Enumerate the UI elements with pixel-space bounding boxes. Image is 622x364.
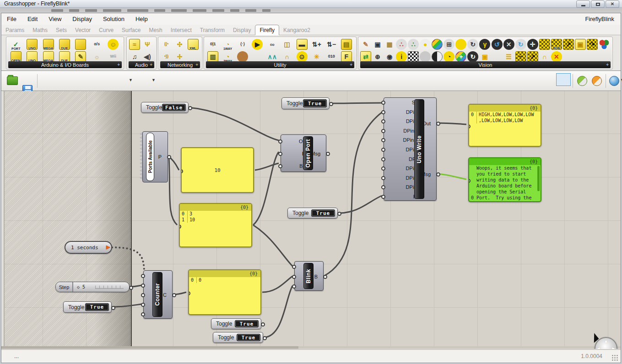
oneway-gauge-icon[interactable]: ◔1WAY	[222, 39, 233, 50]
counter[interactable]: DNSRICounterC	[143, 270, 173, 319]
data-log-icon[interactable]: ▤	[341, 39, 352, 50]
gamma-icon[interactable]: γ	[479, 39, 490, 50]
uno-write-icon[interactable]: UNO	[27, 51, 38, 62]
output-nub[interactable]	[337, 212, 341, 216]
stopwatch-icon[interactable]: ⊙	[297, 51, 308, 62]
sliders-add-icon[interactable]: ⇅+	[311, 39, 322, 50]
state-counter-icon[interactable]: ▥	[207, 51, 218, 62]
zoom-menu-chevron-icon[interactable]: ▼	[129, 75, 133, 82]
group-expand-icon[interactable]: +	[350, 62, 352, 67]
menu-solution[interactable]: Solution	[97, 13, 130, 25]
mega-write-icon[interactable]: MEGA	[43, 51, 54, 62]
output-nub[interactable]	[129, 286, 133, 290]
menu-view[interactable]: View	[43, 13, 67, 25]
checker-flag-icon[interactable]	[539, 39, 550, 50]
sphere-menu-chevron-icon[interactable]: ▼	[620, 75, 622, 82]
loop-icon[interactable]: ↺	[492, 39, 503, 50]
group-expand-icon[interactable]: +	[195, 62, 198, 67]
canvas-vertical-scrollbar[interactable]	[1, 91, 5, 349]
blink[interactable]: PSRBlinkB	[294, 261, 324, 291]
tab-vector[interactable]: Vector	[71, 25, 95, 35]
group-green-icon[interactable]	[577, 76, 587, 86]
panel-values[interactable]: {0}03110	[179, 203, 252, 247]
panel-count[interactable]: {0}00	[188, 269, 261, 315]
video-capture-icon[interactable]: ▦	[384, 39, 395, 50]
close-button[interactable]: ✕	[606, 0, 619, 8]
webcam-icon[interactable]: ◉	[384, 51, 395, 62]
tab-kangaroo2[interactable]: Kangaroo2	[279, 25, 314, 35]
gaussian-icon[interactable]: ∩	[281, 51, 292, 62]
serial-string-icon[interactable]: α/s	[92, 39, 103, 50]
input-nub[interactable]	[381, 101, 385, 105]
expand-icon[interactable]: ✛	[527, 39, 538, 50]
group-expand-icon[interactable]: +	[150, 62, 152, 67]
input-nub[interactable]	[141, 293, 145, 297]
sliders-sub-icon[interactable]: ⇅−	[326, 39, 337, 50]
toggle-value[interactable]: True	[237, 334, 260, 341]
tab-intersect[interactable]: Intersect	[167, 25, 196, 35]
input-nub[interactable]	[292, 275, 296, 279]
output-nub[interactable]	[329, 102, 333, 106]
input-nub[interactable]	[381, 138, 385, 142]
remap-icon[interactable]: ◫	[281, 39, 292, 50]
generic-read-icon[interactable]	[75, 39, 86, 50]
input-nub[interactable]	[381, 129, 385, 133]
param-name-capsule[interactable]: Ports Available	[146, 133, 154, 181]
brush-icon[interactable]: ✎	[360, 39, 371, 50]
vector-checker-icon[interactable]: ↗	[563, 39, 574, 50]
xml-search-icon[interactable]: XML	[188, 39, 199, 50]
panel-message[interactable]: {0}Woops, it seems thatyou tried to star…	[468, 157, 541, 202]
output-nub[interactable]	[261, 322, 265, 327]
component-name-capsule[interactable]: Blink	[303, 263, 314, 289]
frame-icon[interactable]: ⊞	[444, 39, 454, 50]
constrain-icon[interactable]: ∞	[267, 39, 278, 50]
ports-available-icon[interactable]: ✓PORT	[11, 39, 22, 50]
toggle-true-mid[interactable]: ToggleTrue	[287, 208, 338, 219]
ball-x-icon[interactable]: ✕	[551, 51, 562, 62]
panel-output[interactable]: {0}0HIGH,LOW,LOW,LOW,LOW,LOW,LOW,LOW,LOW	[468, 104, 541, 147]
tab-params[interactable]: Params	[1, 25, 28, 35]
state-detect-icon[interactable]: 0|1	[207, 39, 218, 50]
output-nub[interactable]	[436, 122, 440, 126]
input-nub[interactable]	[141, 312, 145, 316]
output-nub[interactable]	[263, 336, 267, 340]
input-nub[interactable]	[141, 284, 145, 288]
toggle-value[interactable]: True	[303, 99, 327, 107]
dot-frame-icon[interactable]: ▣	[479, 51, 490, 62]
input-nub[interactable]	[381, 157, 385, 161]
timer-play-icon[interactable]: ▶	[106, 243, 110, 251]
rotate-icon[interactable]: ↻	[515, 39, 526, 50]
tab-surface[interactable]: Surface	[118, 25, 145, 35]
hue-wheel-icon[interactable]	[432, 39, 443, 50]
menu-edit[interactable]: Edit	[22, 13, 43, 25]
trigger-icon[interactable]: ✳	[311, 51, 322, 62]
twoway-gauge-icon[interactable]: ◔2WAY	[222, 51, 233, 62]
input-nub[interactable]	[141, 303, 145, 307]
menu-file[interactable]: File	[1, 13, 22, 25]
input-nub[interactable]	[381, 195, 385, 199]
tab-maths[interactable]: Maths	[28, 25, 52, 35]
input-nub[interactable]	[292, 265, 296, 269]
input-nub[interactable]	[381, 148, 385, 152]
input-nub[interactable]	[381, 176, 385, 180]
input-nub[interactable]	[188, 291, 190, 295]
output-nub[interactable]	[436, 172, 440, 177]
stop-motion-icon[interactable]: ▬	[297, 39, 308, 50]
group-expand-icon[interactable]: +	[606, 62, 609, 67]
menu-help[interactable]: Help	[130, 13, 153, 25]
timer-interval[interactable]: 1 seconds▶	[65, 241, 112, 254]
microphone-icon[interactable]: Ψ	[142, 39, 153, 50]
canvas-horizontal-scrollbar[interactable]	[1, 346, 621, 349]
component-name-capsule[interactable]: Uno Write	[414, 99, 424, 199]
input-nub[interactable]	[381, 166, 385, 171]
layers-icon[interactable]: ☰	[503, 51, 514, 62]
input-nub[interactable]	[381, 110, 385, 114]
mega-read-icon[interactable]: MEGA	[43, 39, 54, 50]
output-nub[interactable]	[323, 275, 327, 279]
input-nub[interactable]	[141, 274, 145, 278]
input-nub[interactable]	[179, 225, 181, 229]
contrast-icon[interactable]	[432, 51, 443, 62]
ball-spot-icon[interactable]	[420, 51, 431, 62]
output-nub[interactable]	[111, 306, 115, 310]
input-nub[interactable]	[381, 119, 385, 123]
